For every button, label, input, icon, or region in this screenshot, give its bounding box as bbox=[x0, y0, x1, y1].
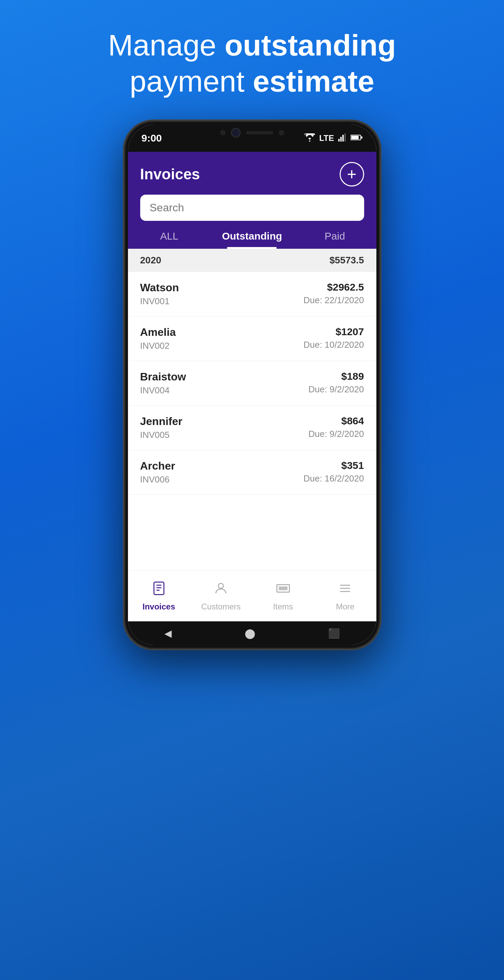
app-header: Invoices + bbox=[128, 152, 377, 221]
nav-label-customers: Customers bbox=[201, 602, 241, 611]
status-bar: 9:00 LTE bbox=[128, 124, 377, 152]
notch-dot-right bbox=[279, 130, 284, 135]
hero-bold2: estimate bbox=[253, 64, 374, 98]
status-time: 9:00 bbox=[142, 132, 162, 144]
svg-rect-3 bbox=[342, 135, 344, 142]
invoice-row-amelia[interactable]: Amelia INV002 $1207 Due: 10/2/2020 bbox=[128, 317, 377, 361]
invoice-amount-amelia: $1207 bbox=[304, 326, 364, 337]
invoice-name-braistow: Braistow bbox=[140, 371, 186, 383]
svg-point-12 bbox=[218, 583, 224, 588]
invoice-due-archer: Due: 16/2/2020 bbox=[304, 473, 364, 484]
bottom-nav: Invoices Customers bbox=[128, 570, 377, 621]
invoice-row-jennifer[interactable]: Jennifer INV005 $864 Due: 9/2/2020 bbox=[128, 406, 377, 450]
header-top: Invoices + bbox=[140, 162, 364, 186]
notch-speaker bbox=[246, 131, 273, 134]
invoice-num-archer: INV006 bbox=[140, 474, 175, 485]
invoice-due-braistow: Due: 9/2/2020 bbox=[308, 384, 364, 395]
tab-outstanding[interactable]: Outstanding bbox=[211, 221, 293, 249]
invoice-amount-archer: $351 bbox=[304, 460, 364, 471]
android-back-button[interactable]: ◀ bbox=[164, 628, 172, 639]
invoice-amount-watson: $2962.5 bbox=[304, 282, 364, 293]
notch-dot-left bbox=[220, 130, 226, 135]
svg-rect-1 bbox=[338, 139, 340, 142]
items-icon bbox=[276, 581, 291, 599]
invoice-row-archer[interactable]: Archer INV006 $351 Due: 16/2/2020 bbox=[128, 450, 377, 495]
svg-point-0 bbox=[309, 140, 310, 142]
phone-shell: 9:00 LTE bbox=[123, 119, 382, 650]
add-invoice-button[interactable]: + bbox=[340, 162, 364, 186]
phone-screen: 9:00 LTE bbox=[128, 124, 377, 645]
invoice-list: 2020 $5573.5 Watson INV001 $2962.5 Due: … bbox=[128, 249, 377, 570]
invoice-num-jennifer: INV005 bbox=[140, 430, 183, 440]
tab-paid[interactable]: Paid bbox=[293, 221, 376, 249]
hero-text: Manage outstanding payment estimate bbox=[108, 27, 396, 99]
invoice-name-archer: Archer bbox=[140, 460, 175, 472]
section-total: $5573.5 bbox=[329, 255, 364, 266]
svg-rect-6 bbox=[351, 136, 359, 139]
invoice-num-braistow: INV004 bbox=[140, 385, 186, 396]
lte-badge: LTE bbox=[319, 134, 334, 143]
invoice-name-watson: Watson bbox=[140, 282, 179, 294]
svg-rect-8 bbox=[154, 582, 164, 595]
nav-item-more[interactable]: More bbox=[314, 571, 377, 621]
invoice-name-jennifer: Jennifer bbox=[140, 415, 183, 428]
invoice-num-amelia: INV002 bbox=[140, 340, 176, 351]
nav-label-invoices: Invoices bbox=[143, 602, 175, 611]
invoice-num-watson: INV001 bbox=[140, 296, 179, 307]
invoices-icon bbox=[151, 581, 166, 599]
invoice-due-jennifer: Due: 9/2/2020 bbox=[308, 429, 364, 439]
invoice-row-braistow[interactable]: Braistow INV004 $189 Due: 9/2/2020 bbox=[128, 361, 377, 406]
android-nav-bar: ◀ ⬤ ⬛ bbox=[128, 621, 377, 645]
android-recents-button[interactable]: ⬛ bbox=[328, 628, 340, 639]
notch-camera bbox=[231, 128, 241, 137]
android-home-button[interactable]: ⬤ bbox=[245, 628, 255, 639]
invoice-due-watson: Due: 22/1/2020 bbox=[304, 295, 364, 305]
status-icons: LTE bbox=[304, 134, 363, 143]
svg-rect-7 bbox=[361, 137, 362, 138]
invoice-row-watson[interactable]: Watson INV001 $2962.5 Due: 22/1/2020 bbox=[128, 272, 377, 317]
app-title: Invoices bbox=[140, 166, 200, 183]
search-input[interactable] bbox=[150, 202, 355, 214]
battery-icon bbox=[351, 134, 363, 142]
invoice-due-amelia: Due: 10/2/2020 bbox=[304, 340, 364, 350]
svg-rect-4 bbox=[344, 134, 346, 142]
wifi-icon bbox=[304, 134, 315, 143]
signal-icon bbox=[338, 134, 347, 143]
nav-item-invoices[interactable]: Invoices bbox=[128, 571, 190, 621]
tab-all[interactable]: ALL bbox=[128, 221, 211, 249]
search-bar[interactable] bbox=[140, 195, 364, 221]
hero-line1: Manage bbox=[108, 28, 224, 62]
notch bbox=[208, 124, 296, 141]
hero-line2: payment bbox=[130, 64, 253, 98]
section-year: 2020 bbox=[140, 255, 161, 266]
nav-label-items: Items bbox=[273, 602, 293, 611]
hero-bold1: outstanding bbox=[224, 28, 396, 62]
nav-item-customers[interactable]: Customers bbox=[190, 571, 252, 621]
invoice-amount-braistow: $189 bbox=[308, 371, 364, 382]
nav-item-items[interactable]: Items bbox=[252, 571, 315, 621]
more-icon bbox=[338, 581, 353, 599]
invoice-name-amelia: Amelia bbox=[140, 326, 176, 339]
tabs-bar: ALL Outstanding Paid bbox=[128, 221, 377, 249]
svg-rect-2 bbox=[340, 137, 342, 142]
section-header-2020: 2020 $5573.5 bbox=[128, 249, 377, 272]
nav-label-more: More bbox=[336, 602, 355, 611]
invoice-amount-jennifer: $864 bbox=[308, 415, 364, 427]
customers-icon bbox=[213, 581, 228, 599]
